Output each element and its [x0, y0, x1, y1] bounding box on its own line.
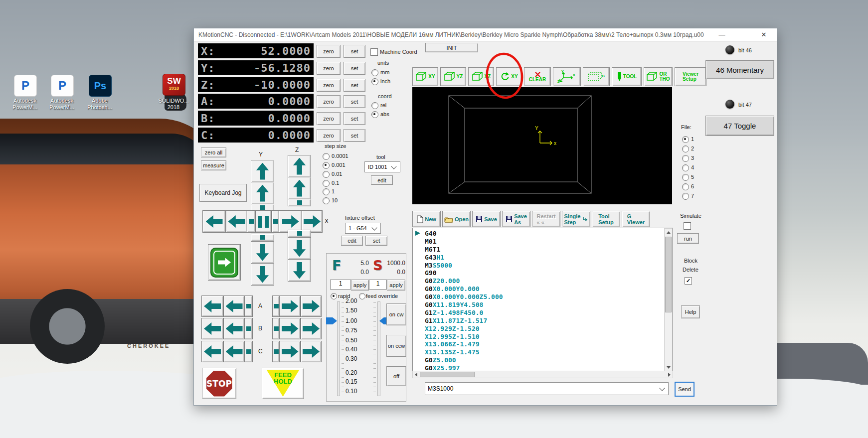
jog-b-plus-button[interactable]	[279, 318, 301, 339]
jog-x-minus-fast-button[interactable]	[202, 210, 226, 233]
scrollbar-thumb[interactable]	[665, 237, 672, 312]
fixture-set-button[interactable]: set	[365, 236, 387, 246]
powermill-icon[interactable]: P	[14, 75, 37, 97]
feed-override-slider[interactable]	[337, 301, 340, 396]
step-0p01-radio[interactable]	[323, 171, 330, 178]
zero-a-button[interactable]: zero	[317, 95, 341, 108]
jog-x-plus-step-button[interactable]	[272, 210, 279, 233]
clear-button[interactable]: CLEAR	[524, 67, 551, 86]
step-1-radio[interactable]	[323, 188, 330, 195]
show-box-button[interactable]: B	[583, 67, 610, 86]
machine-coord-checkbox[interactable]	[370, 48, 378, 56]
scroll-down-icon[interactable]	[667, 366, 671, 369]
file-2-radio[interactable]	[682, 146, 689, 152]
jog-z-minus-step-button[interactable]	[288, 230, 311, 237]
cycle-start-button[interactable]	[208, 244, 241, 281]
view-xz-button[interactable]: XZ	[468, 67, 494, 86]
desktop-icon-label[interactable]: SOLIDWO... 2018	[152, 98, 195, 111]
tool-setup-button[interactable]: Tool Setup	[592, 211, 620, 227]
view-xy-button[interactable]: XY	[412, 67, 438, 86]
step-0p1-radio[interactable]	[323, 180, 330, 187]
zero-z-button[interactable]: zero	[317, 79, 341, 92]
tool-edit-button[interactable]: edit	[371, 175, 393, 185]
spindle-on-cw-button[interactable]: on cw	[386, 303, 406, 325]
gcode-horizontal-scrollbar[interactable]	[412, 371, 673, 378]
feed-override-radio[interactable]	[359, 293, 365, 299]
coord-abs-radio[interactable]	[371, 111, 378, 118]
jog-y-plus-fast-button[interactable]	[251, 160, 274, 182]
rotate-xy-button[interactable]: XY	[496, 67, 522, 86]
jog-c-plus-step-button[interactable]	[272, 341, 280, 362]
jog-a-minus-step-button[interactable]	[244, 295, 253, 317]
tool-select[interactable]: ID 1001	[364, 161, 400, 172]
keyboard-jog-button[interactable]: Keyboard Jog	[199, 184, 247, 202]
measure-button[interactable]: measure	[201, 160, 226, 170]
scroll-left-icon[interactable]	[415, 373, 417, 377]
jog-c-minus-step-button[interactable]	[244, 341, 253, 362]
save-as-button[interactable]: Save As	[502, 211, 530, 227]
show-tool-button[interactable]: TOOL	[612, 67, 642, 86]
fixture-offset-select[interactable]: 1 - G54	[345, 223, 381, 234]
powermill-icon-2[interactable]: P	[51, 75, 74, 97]
run-button[interactable]: run	[677, 233, 699, 244]
gcode-listing[interactable]: G40 M01 M6T1 G43H1 M3S5000 G90 G0Z20.000…	[412, 228, 673, 371]
bit46-momentary-button[interactable]: 46 Momentary	[705, 60, 774, 79]
set-c-button[interactable]: set	[344, 129, 365, 142]
jog-b-plus-step-button[interactable]	[272, 318, 280, 339]
simulate-checkbox[interactable]	[684, 222, 691, 230]
stop-button[interactable]: STOP	[202, 368, 236, 399]
coord-rel-radio[interactable]	[371, 102, 378, 109]
zero-b-button[interactable]: zero	[317, 112, 341, 125]
file-3-radio[interactable]	[682, 155, 689, 162]
spindle-off-button[interactable]: off	[386, 366, 406, 386]
jog-b-plus-fast-button[interactable]	[301, 318, 322, 339]
jog-a-plus-fast-button[interactable]	[301, 295, 322, 317]
fixture-edit-button[interactable]: edit	[341, 236, 363, 246]
jog-c-minus-button[interactable]	[223, 341, 245, 362]
scroll-up-icon[interactable]	[667, 231, 671, 234]
step-0p001-radio[interactable]	[323, 162, 330, 169]
jog-x-minus-step-button[interactable]	[247, 210, 255, 233]
feedrate-apply-button[interactable]: apply	[351, 280, 369, 291]
spindle-apply-button[interactable]: apply	[387, 280, 405, 291]
zero-c-button[interactable]: zero	[317, 129, 341, 142]
step-0p0001-radio[interactable]	[323, 153, 330, 160]
set-z-button[interactable]: set	[344, 79, 365, 92]
feed-hold-button[interactable]: FEED HOLD	[262, 368, 304, 399]
units-mm-radio[interactable]	[371, 69, 378, 76]
speed-override-slider[interactable]	[377, 301, 380, 396]
scroll-right-icon[interactable]	[668, 373, 671, 377]
jog-b-minus-step-button[interactable]	[244, 318, 253, 339]
ortho-view-button[interactable]: OR THO	[644, 67, 673, 86]
gcode-vertical-scrollbar[interactable]	[664, 228, 673, 371]
jog-a-minus-fast-button[interactable]	[201, 295, 223, 317]
desktop-icon-label[interactable]: Adobe Photosh...	[78, 98, 121, 111]
jog-c-plus-button[interactable]	[279, 341, 301, 362]
jog-y-minus-step-button[interactable]	[251, 234, 274, 241]
zero-x-button[interactable]: zero	[317, 45, 341, 58]
solidworks-icon[interactable]: SW2018	[163, 74, 185, 96]
step-10-radio[interactable]	[323, 197, 330, 204]
show-axes-button[interactable]: YXZ	[553, 67, 581, 86]
zero-y-button[interactable]: zero	[317, 62, 341, 75]
minimize-button[interactable]: —	[711, 28, 733, 41]
jog-z-plus-fast-button[interactable]	[288, 155, 311, 177]
jog-a-plus-step-button[interactable]	[272, 295, 280, 317]
jog-x-minus-button[interactable]	[226, 210, 247, 233]
jog-z-plus-step-button[interactable]	[288, 199, 311, 206]
init-button[interactable]: INIT	[425, 43, 478, 52]
new-button[interactable]: New	[412, 211, 441, 227]
save-button[interactable]: Save	[472, 211, 501, 227]
scrollbar-thumb[interactable]	[420, 372, 475, 377]
file-5-radio[interactable]	[682, 174, 689, 181]
jog-b-minus-button[interactable]	[223, 318, 245, 339]
set-a-button[interactable]: set	[344, 95, 365, 108]
zero-all-button[interactable]: zero all	[201, 147, 226, 157]
bit47-led[interactable]	[725, 100, 734, 109]
set-b-button[interactable]: set	[344, 112, 365, 125]
set-x-button[interactable]: set	[344, 45, 365, 58]
jog-z-minus-fast-button[interactable]	[288, 259, 311, 282]
send-button[interactable]: Send	[675, 382, 694, 397]
jog-b-minus-fast-button[interactable]	[201, 318, 223, 339]
spindle-on-ccw-button[interactable]: on ccw	[386, 335, 406, 357]
